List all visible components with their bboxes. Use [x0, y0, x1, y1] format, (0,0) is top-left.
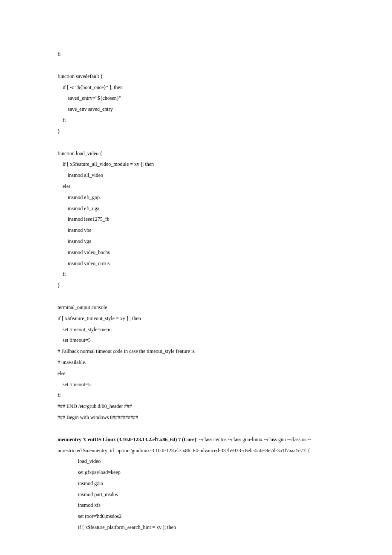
code-line: load_video — [58, 456, 334, 467]
code-line: insmod part_msdos — [58, 489, 334, 500]
code-line: ### Begin with windows 8########## — [58, 412, 334, 423]
code-line: saved_entry="${chosen}" — [58, 93, 334, 104]
code-line: save_env saved_entry — [58, 104, 334, 115]
code-line: insmod vga — [58, 236, 334, 247]
code-line: } — [58, 126, 334, 137]
code-line: insmod gzio — [58, 478, 334, 489]
code-line: if [ x$feature_timeout_style = xy ] ; th… — [58, 313, 334, 324]
code-line: insmod ieee1275_fb — [58, 214, 334, 225]
menuentry-title: menuentry 'CentOS Linux (3.10.0-123.13.2… — [58, 436, 198, 442]
code-line: menuentry 'CentOS Linux (3.10.0-123.13.2… — [58, 434, 334, 457]
code-line: insmod vbe — [58, 225, 334, 236]
code-line: # Fallback normal timeout code in case t… — [58, 346, 334, 357]
code-line: insmod efi_gop — [58, 192, 334, 203]
code-line: insmod video_bochs — [58, 247, 334, 258]
code-line: ### END /etc/grub.d/00_header ### — [58, 401, 334, 412]
code-line: set root='hd0,msdos2' — [58, 511, 334, 522]
blank-line — [58, 291, 334, 302]
code-line: # unavailable. — [58, 357, 334, 368]
code-line: function load_video { — [58, 148, 334, 159]
code-line: function savedefault { — [58, 71, 334, 82]
document-body: fifunction savedefault { if [ -z "${boot… — [0, 0, 392, 555]
code-line: insmod xfs — [58, 500, 334, 511]
code-line: insmod efi_uga — [58, 203, 334, 214]
code-line: set timeout=5 — [58, 335, 334, 346]
blank-line — [58, 423, 334, 434]
code-line: if [ x$feature_platform_search_hint = xy… — [58, 522, 334, 533]
code-line: fi — [58, 115, 334, 126]
code-line: if [ -z "${boot_once}" ]; then — [58, 82, 334, 93]
code-line: fi — [58, 49, 334, 60]
code-line: fi — [58, 390, 334, 401]
code-line: insmod video_cirrus — [58, 258, 334, 269]
code-line: terminal_output console — [58, 302, 334, 313]
code-line: if [ x$feature_all_video_module = xy ]; … — [58, 159, 334, 170]
code-line: else — [58, 368, 334, 379]
code-line: set timeout_style=menu — [58, 324, 334, 335]
code-line: set timeout=5 — [58, 379, 334, 390]
blank-line — [58, 137, 334, 148]
code-line: else — [58, 181, 334, 192]
code-line: fi — [58, 269, 334, 280]
blank-line — [58, 60, 334, 71]
code-line: } — [58, 280, 334, 291]
code-line: insmod all_video — [58, 170, 334, 181]
code-line: set gfxpayload=keep — [58, 467, 334, 478]
